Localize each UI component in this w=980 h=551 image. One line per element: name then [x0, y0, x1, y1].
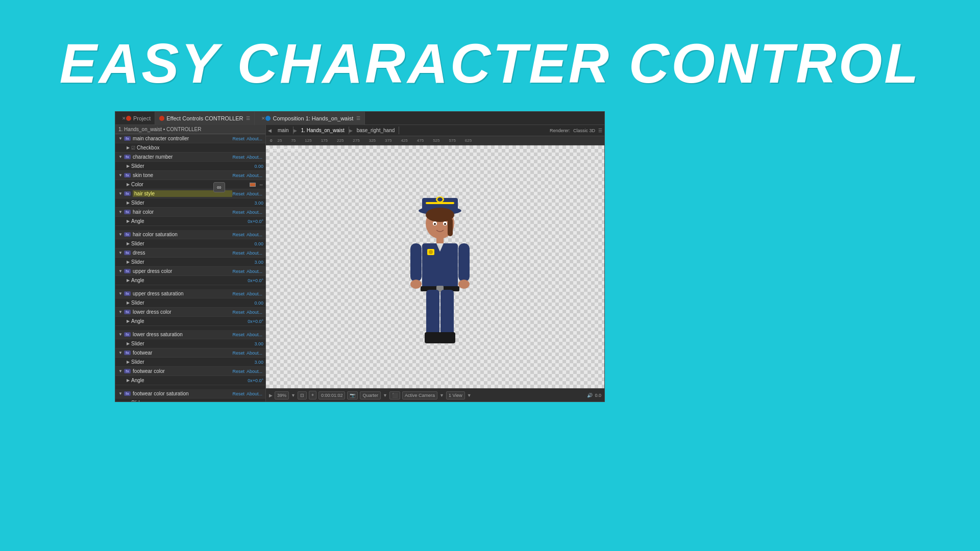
about-btn-uds[interactable]: About... [247, 291, 262, 296]
link-icon-st[interactable]: ↔ [259, 182, 263, 187]
tab-effect-controls[interactable]: Effect Controls CONTROLLER ☰ [155, 112, 255, 125]
fit-icon[interactable]: ⊡ [298, 391, 307, 399]
reset-btn-cn[interactable]: Reset [232, 155, 244, 160]
about-btn-dr[interactable]: About... [247, 251, 262, 256]
effect-main-character-controller[interactable]: ▼ fx main character controller Reset Abo… [115, 134, 265, 143]
angle-value-fwc[interactable]: 0x+0.0° [248, 378, 263, 383]
view-count[interactable]: 1 View [446, 391, 465, 399]
effect-lower-dress-color[interactable]: ▼ fx lower dress color Reset About... [115, 308, 265, 317]
comp-tab-main[interactable]: main [274, 127, 293, 134]
expand-arrow-sdr: ▶ [127, 260, 130, 264]
effect-skin-tone[interactable]: ▼ fx skin tone Reset About... [115, 171, 265, 180]
effect-sub-slider-lds: ▶ Slider 3.00 [115, 339, 265, 348]
comp-tab-hands[interactable]: 1. Hands_on_waist [297, 127, 349, 134]
reset-btn-main[interactable]: Reset [232, 136, 244, 141]
about-btn-hc[interactable]: About... [247, 210, 262, 215]
slider-label-hs: Slider [131, 200, 252, 206]
effect-controls-list[interactable]: ▼ fx main character controller Reset Abo… [115, 134, 265, 402]
comp-tab-base[interactable]: base_right_hand [353, 127, 400, 134]
active-camera-selector[interactable]: Active Camera [402, 391, 437, 399]
effect-hair-color[interactable]: ▼ fx hair color Reset About... [115, 208, 265, 217]
svg-point-22 [410, 280, 422, 289]
reset-btn-uds[interactable]: Reset [232, 291, 244, 296]
expand-arrow-aldc: ▶ [127, 319, 130, 323]
reset-btn-ldc[interactable]: Reset [232, 310, 244, 315]
effect-sub-angle-ldc: ▶ Angle 0x+0.0° [115, 317, 265, 326]
angle-value-udc[interactable]: 0x+0.0° [248, 278, 263, 283]
color-swatch-st[interactable] [250, 183, 256, 187]
audio-icon[interactable]: 🔊 [587, 393, 593, 398]
ruler-start: 0 [270, 138, 272, 143]
reset-btn-hcs[interactable]: Reset [232, 232, 244, 237]
effect-hair-style[interactable]: ▼ fx hair style Reset About... [115, 189, 265, 198]
expand-arrow-lds: ▼ [118, 332, 122, 337]
views-dropdown-icon[interactable]: ▼ [467, 393, 472, 398]
effect-hair-color-saturation[interactable]: ▼ fx hair color saturation Reset About..… [115, 230, 265, 239]
menu-icon[interactable]: ☰ [246, 116, 250, 121]
effect-name-st: skin tone [133, 172, 232, 178]
angle-value-hc[interactable]: 0x+0.0° [248, 219, 263, 224]
comp-menu-icon[interactable]: ☰ [356, 116, 360, 121]
comp-menu-icon-2[interactable]: ☰ [598, 128, 602, 133]
slider-value-uds[interactable]: 0.00 [254, 300, 263, 306]
tab-composition[interactable]: ✕ Composition 1: Hands_on_waist ☰ [255, 112, 365, 125]
effect-footwear-color[interactable]: ▼ fx footwear color Reset About... [115, 367, 265, 376]
ruler-mark-325: 325 [369, 138, 376, 143]
reset-btn-hc[interactable]: Reset [232, 210, 244, 215]
effect-dress[interactable]: ▼ fx dress Reset About... [115, 248, 265, 258]
quality-selector[interactable]: Quarter [360, 391, 381, 399]
svg-point-23 [458, 280, 470, 289]
about-btn-fwc[interactable]: About... [247, 369, 262, 374]
about-btn-hcs[interactable]: About... [247, 232, 262, 237]
renderer-label: Renderer: [550, 128, 570, 133]
expand-arrow-shcs: ▶ [127, 241, 130, 246]
reset-btn-lds[interactable]: Reset [232, 332, 244, 337]
about-btn-cn[interactable]: About... [247, 155, 262, 160]
effect-footwear-color-saturation[interactable]: ▼ fx footwear color saturation Reset Abo… [115, 389, 265, 398]
slider-value-lds[interactable]: 3.00 [254, 341, 263, 346]
effect-lower-dress-saturation[interactable]: ▼ fx lower dress saturation Reset About.… [115, 330, 265, 339]
close-icon[interactable]: ✕ [122, 116, 126, 121]
effect-upper-dress-color[interactable]: ▼ fx upper dress color Reset About... [115, 267, 265, 276]
reset-btn-fwcs[interactable]: Reset [232, 391, 244, 396]
about-btn-lds[interactable]: About... [247, 332, 262, 337]
reset-btn-st[interactable]: Reset [232, 173, 244, 178]
about-btn-fwcs[interactable]: About... [247, 391, 262, 396]
timecode[interactable]: 0:00:01:02 [318, 391, 346, 399]
slider-value-hcs[interactable]: 0.00 [254, 241, 263, 246]
effect-footwear[interactable]: ▼ fx footwear Reset About... [115, 348, 265, 358]
play-icon[interactable]: ▶ [269, 393, 273, 398]
about-btn-st[interactable]: About... [247, 173, 262, 178]
slider-value-dr[interactable]: 3.00 [254, 260, 263, 265]
camera-dropdown-icon[interactable]: ▼ [439, 393, 444, 398]
slider-value-fw[interactable]: 3.00 [254, 360, 263, 365]
toggle-view[interactable]: ⬛ [389, 391, 400, 399]
snap-icon[interactable]: ⌖ [309, 391, 316, 399]
audio-value: 0.0 [595, 393, 601, 398]
reset-btn-fw[interactable]: Reset [232, 350, 244, 356]
reset-btn-hs[interactable]: Reset [232, 191, 244, 196]
effect-name-hcs: hair color saturation [133, 232, 232, 237]
about-btn-udc[interactable]: About... [247, 269, 262, 274]
ruler-mark-75: 75 [291, 138, 296, 143]
close-icon-comp[interactable]: ✕ [261, 116, 265, 121]
slider-value-hs[interactable]: 3.00 [254, 201, 263, 206]
zoom-dropdown-icon[interactable]: ▼ [291, 393, 296, 398]
reset-btn-dr[interactable]: Reset [232, 251, 244, 256]
fx-badge-lds: fx [124, 332, 131, 337]
reset-btn-fwc[interactable]: Reset [232, 369, 244, 374]
about-btn-fw[interactable]: About... [247, 350, 262, 356]
about-btn-hs[interactable]: About... [247, 191, 262, 196]
quality-dropdown-icon[interactable]: ▼ [383, 393, 387, 398]
about-btn-main[interactable]: About... [247, 136, 262, 141]
about-btn-ldc[interactable]: About... [247, 310, 262, 315]
zoom-selector[interactable]: 39% [275, 391, 289, 399]
angle-value-ldc[interactable]: 0x+0.0° [248, 319, 263, 324]
reset-btn-udc[interactable]: Reset [232, 269, 244, 274]
tab-project[interactable]: ✕ Project [115, 112, 155, 125]
slider-value-cn[interactable]: 0.00 [254, 164, 263, 169]
camera-icon[interactable]: 📷 [347, 391, 358, 399]
effect-upper-dress-saturation[interactable]: ▼ fx upper dress saturation Reset About.… [115, 289, 265, 298]
ruler-mark-375: 375 [385, 138, 391, 143]
effect-character-number[interactable]: ▼ fx character number Reset About... [115, 153, 265, 162]
